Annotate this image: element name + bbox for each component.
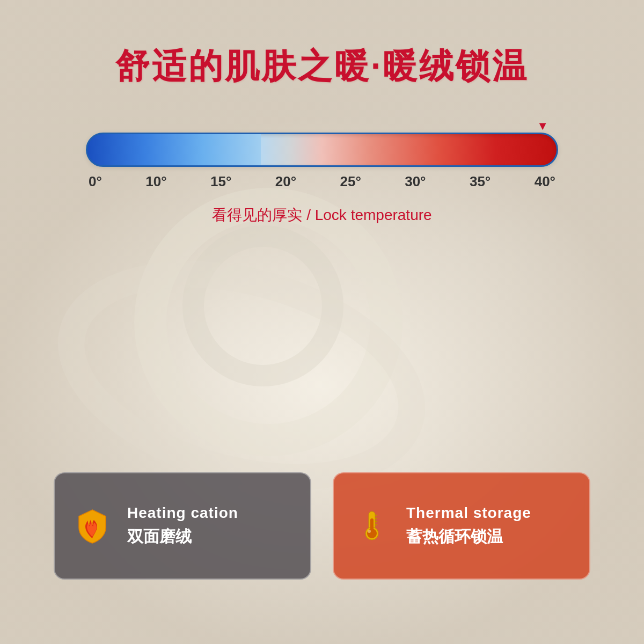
- thermometer-bar: [86, 133, 558, 167]
- thermometer-indicator: ▼: [86, 116, 558, 133]
- temp-label-25: 25°: [340, 173, 361, 190]
- temp-label-40: 40°: [535, 173, 555, 190]
- thermal-title-en: Thermal storage: [406, 504, 531, 522]
- page-title: 舒适的肌肤之暖·暖绒锁温: [115, 43, 529, 90]
- temp-label-35: 35°: [470, 173, 491, 190]
- thermal-icon: [350, 504, 393, 547]
- temp-label-15: 15°: [210, 173, 231, 190]
- cards-section: Heating cation 双面磨绒: [0, 472, 644, 580]
- heating-title-en: Heating cation: [127, 504, 238, 522]
- heating-icon: [71, 504, 114, 547]
- temp-label-20: 20°: [275, 173, 296, 190]
- thermal-card-text: Thermal storage 蓄热循环锁温: [406, 504, 531, 548]
- subtitle: 看得见的厚实 / Lock temperature: [212, 205, 431, 225]
- main-content: 舒适的肌肤之暖·暖绒锁温 ▼ 0° 10° 15° 20° 25° 30° 35…: [0, 0, 644, 644]
- heating-card-text: Heating cation 双面磨绒: [127, 504, 238, 548]
- heating-title-zh: 双面磨绒: [127, 526, 238, 548]
- temp-label-0: 0°: [89, 173, 102, 190]
- thermometer-section: ▼ 0° 10° 15° 20° 25° 30° 35° 40° 看得见的厚实 …: [86, 116, 558, 225]
- card-thermal: Thermal storage 蓄热循环锁温: [333, 472, 590, 580]
- temp-label-10: 10°: [145, 173, 166, 190]
- temp-label-30: 30°: [405, 173, 426, 190]
- thermal-title-zh: 蓄热循环锁温: [406, 526, 531, 548]
- bar-blue-overlay: [87, 134, 261, 165]
- indicator-arrow: ▼: [537, 119, 548, 133]
- svg-point-8: [368, 530, 371, 533]
- thermometer-labels: 0° 10° 15° 20° 25° 30° 35° 40°: [86, 173, 558, 190]
- card-heating: Heating cation 双面磨绒: [54, 472, 311, 580]
